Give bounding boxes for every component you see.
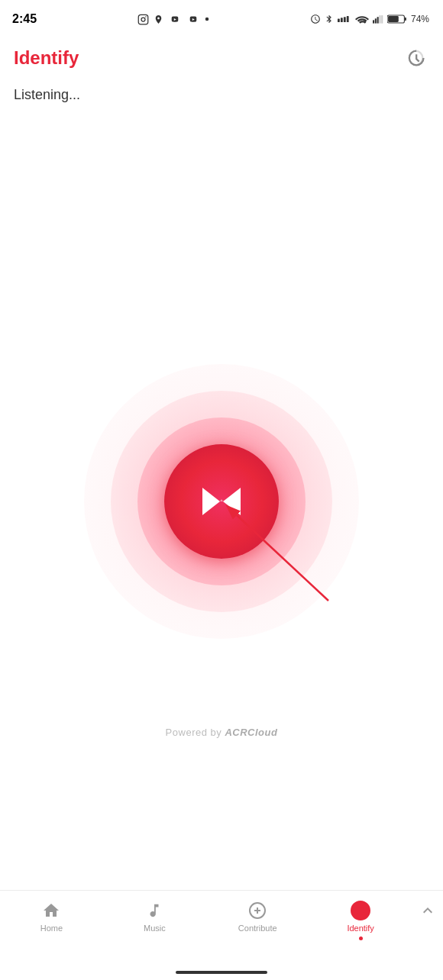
svg-rect-14: [405, 18, 406, 21]
powered-by: Powered by ACRCloud: [0, 727, 443, 738]
svg-rect-4: [338, 18, 340, 22]
nav-item-contribute[interactable]: Contribute: [206, 897, 309, 933]
svg-point-22: [357, 907, 364, 914]
page-title: Identify: [14, 47, 79, 69]
home-label: Home: [40, 924, 63, 933]
status-left-icons: [137, 14, 209, 25]
svg-point-2: [145, 16, 147, 18]
identify-icon: [350, 900, 371, 921]
main-content: Powered by ACRCloud: [0, 112, 443, 845]
identify-label: Identify: [347, 924, 373, 933]
battery-percent: 74%: [411, 14, 429, 24]
svg-rect-12: [381, 15, 383, 24]
identify-button[interactable]: [84, 364, 359, 639]
svg-rect-6: [344, 17, 346, 22]
nav-item-home[interactable]: Home: [0, 897, 103, 933]
svg-rect-0: [138, 15, 148, 24]
app-logo-icon: [199, 485, 244, 518]
bottom-nav: Home Music Contribute Identify: [0, 890, 443, 980]
svg-rect-10: [377, 17, 379, 23]
more-icon: [417, 900, 438, 921]
identify-core[interactable]: [164, 444, 279, 559]
status-right-icons: 74%: [310, 13, 429, 25]
svg-rect-15: [388, 16, 399, 22]
svg-point-1: [141, 18, 145, 21]
nav-item-music[interactable]: Music: [103, 897, 206, 933]
music-icon: [144, 900, 165, 921]
nav-item-more[interactable]: [412, 897, 443, 921]
home-icon: [40, 900, 62, 921]
app-header: Identify: [0, 38, 443, 78]
status-bar: 2:45 74%: [0, 0, 443, 38]
contribute-label: Contribute: [238, 924, 277, 933]
svg-rect-8: [373, 20, 374, 23]
listening-status: Listening...: [0, 78, 443, 112]
svg-point-3: [205, 18, 209, 21]
active-indicator: [359, 936, 363, 940]
music-label: Music: [144, 924, 166, 933]
history-button[interactable]: [402, 44, 429, 72]
svg-rect-11: [379, 15, 380, 24]
status-time: 2:45: [12, 12, 37, 26]
svg-rect-7: [347, 16, 349, 22]
svg-rect-5: [341, 18, 343, 22]
nav-item-identify[interactable]: Identify: [309, 897, 412, 940]
gesture-bar: [176, 971, 267, 974]
plus-icon: [247, 900, 268, 921]
svg-rect-9: [375, 18, 377, 23]
